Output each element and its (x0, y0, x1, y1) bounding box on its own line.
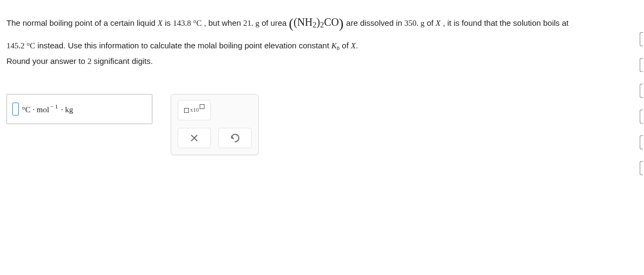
answer-box[interactable]: °C · mol− 1 · kg (6, 94, 152, 124)
answer-units: °C · mol− 1 · kg (22, 103, 73, 114)
side-toolbar (640, 32, 644, 175)
text: of (342, 41, 351, 50)
text: are dissolved in (346, 18, 404, 27)
text: . (356, 41, 358, 50)
outer-sub: 2 (320, 20, 324, 29)
side-stub-icon[interactable] (640, 135, 643, 149)
button-panel: x10 (171, 94, 259, 155)
text: of (427, 18, 436, 27)
x10-label: x10 (190, 107, 199, 113)
text: is (165, 18, 173, 27)
clear-button[interactable] (178, 128, 211, 148)
bp-soln: 145.2 °C (6, 41, 35, 50)
unit-deg: °C · mol (22, 105, 49, 114)
kb-sub: b (337, 45, 340, 51)
text: The normal boiling point of a certain li… (6, 18, 158, 27)
unit-kg: · kg (59, 105, 73, 114)
side-stub-icon[interactable] (640, 110, 643, 124)
side-stub-icon[interactable] (640, 84, 643, 98)
answer-input[interactable] (12, 103, 19, 115)
text: instead. Use this information to calcula… (38, 41, 332, 50)
sci-notation-button[interactable]: x10 (178, 100, 211, 120)
text: , it is found that the solution boils at (443, 18, 568, 27)
side-stub-icon[interactable] (640, 32, 643, 46)
nh-sub: 2 (313, 20, 317, 29)
placeholder-box-icon (184, 108, 189, 113)
side-stub-icon[interactable] (640, 161, 643, 175)
side-stub-icon[interactable] (640, 58, 643, 72)
problem-statement: The normal boiling point of a certain li… (6, 10, 638, 54)
rounding-instruction: Round your answer to 2 significant digit… (6, 56, 638, 66)
co: CO (324, 16, 339, 28)
var-x: X (351, 41, 356, 50)
reset-button[interactable] (218, 128, 252, 148)
reset-icon (229, 132, 241, 144)
mass-solute: 21. g (243, 19, 259, 27)
urea-formula: ((NH2)2CO) (289, 16, 346, 28)
paren-close: ) (339, 16, 343, 31)
text: , but when (204, 18, 243, 27)
placeholder-exp-icon (200, 104, 204, 109)
close-icon (191, 134, 198, 142)
paren-open: ( (289, 16, 294, 31)
kb: K (332, 41, 337, 50)
var-x: X (158, 19, 163, 27)
var-x: X (436, 19, 441, 27)
text: of urea (261, 18, 289, 27)
answer-zone: °C · mol− 1 · kg x10 (6, 94, 638, 155)
text: significant digits. (91, 56, 152, 66)
text: Round your answer to (6, 56, 87, 66)
inner-open: ( (294, 16, 297, 28)
bp-pure: 143.8 °C (173, 19, 202, 27)
unit-exp: − 1 (50, 103, 58, 110)
mass-solvent: 350. g (405, 19, 425, 27)
nh: NH (297, 16, 313, 28)
